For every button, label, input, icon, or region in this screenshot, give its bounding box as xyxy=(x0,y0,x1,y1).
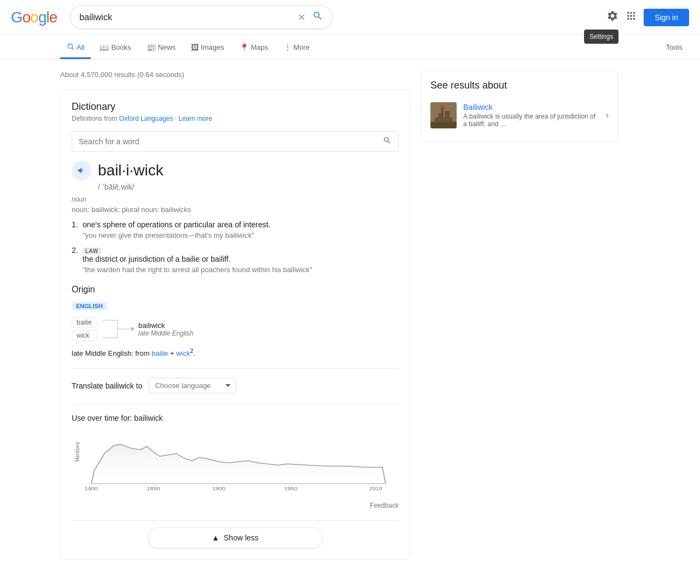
chart-section: Use over time for: bailiwick Mentions xyxy=(72,404,399,496)
definition-tag-law: LAW xyxy=(83,248,101,255)
main-content: About 4,570,000 results (0.64 seconds) D… xyxy=(0,60,700,581)
panel-info: Bailiwick A bailiwick is usually the are… xyxy=(463,103,599,128)
right-panel: See results about Bailiwick A bai xyxy=(421,70,618,142)
chart-container: Mentions 1800 xyxy=(72,429,399,496)
usage-chart: Mentions 1800 xyxy=(72,429,399,495)
tab-images-label: Images xyxy=(201,43,224,51)
svg-marker-2 xyxy=(131,327,134,331)
results-count: About 4,570,000 results (0.64 seconds) xyxy=(60,70,410,79)
translate-section: Translate bailiwick to Choose language S… xyxy=(72,368,399,393)
tab-books[interactable]: 📖 Books xyxy=(93,38,137,59)
dictionary-title: Dictionary xyxy=(72,101,399,113)
logo-letter-g: G xyxy=(11,9,22,26)
tab-maps-label: Maps xyxy=(251,43,269,51)
definition-number-1: 1. xyxy=(72,220,78,229)
chevron-right-icon: › xyxy=(606,110,609,120)
word-title: bail·i·wick xyxy=(98,162,164,179)
panel-title: See results about xyxy=(430,80,609,91)
search-bar: ✕ xyxy=(70,5,332,29)
translate-label: Translate bailiwick to xyxy=(72,381,142,390)
speaker-icon xyxy=(77,166,86,175)
definition-text-1: one's sphere of operations or particular… xyxy=(83,220,399,229)
header-right: Settings Sign in xyxy=(606,9,689,26)
show-less-icon: ▲ xyxy=(212,533,219,542)
origin-result-box: bailiwick late Middle English xyxy=(138,321,194,337)
panel-item-desc: A bailiwick is usually the area of juris… xyxy=(463,113,599,128)
word-pos: noun xyxy=(72,196,399,203)
settings-button[interactable] xyxy=(606,10,619,25)
panel-item-title: Bailiwick xyxy=(463,103,599,111)
origin-bailie-link[interactable]: bailie xyxy=(151,349,168,357)
origin-period: late Middle English xyxy=(138,330,194,337)
svg-text:1900: 1900 xyxy=(212,486,225,491)
word-search-icon xyxy=(383,136,392,147)
show-less-bar: ▲ Show less xyxy=(72,520,399,548)
bailiwick-thumbnail-icon xyxy=(430,102,457,128)
apps-button[interactable] xyxy=(625,10,637,25)
origin-word-bailie: bailie xyxy=(72,317,97,328)
dictionary-card: Dictionary Definitions from Oxford Langu… xyxy=(60,90,410,560)
tab-news-label: News xyxy=(158,43,176,51)
svg-text:1850: 1850 xyxy=(147,486,160,491)
svg-text:Mentions: Mentions xyxy=(74,442,81,462)
search-input[interactable] xyxy=(79,13,291,22)
tab-maps[interactable]: 📍 Maps xyxy=(233,38,275,59)
origin-wick-link[interactable]: wick xyxy=(176,349,190,357)
gear-icon xyxy=(606,10,619,22)
origin-tag: ENGLISH xyxy=(72,302,107,310)
news-icon: 📰 xyxy=(147,43,156,52)
search-clear-button[interactable]: ✕ xyxy=(295,13,308,22)
origin-section: Origin ENGLISH bailie wick xyxy=(72,285,399,357)
svg-text:2019: 2019 xyxy=(369,486,382,491)
logo-letter-o1: o xyxy=(22,9,31,26)
show-less-label: Show less xyxy=(224,533,259,542)
oxford-languages-link[interactable]: Oxford Languages xyxy=(119,115,173,122)
dictionary-source: Definitions from Oxford Languages · Lear… xyxy=(72,115,399,122)
origin-diagram: bailie wick bailiwick late Middle Englis… xyxy=(72,317,399,341)
books-icon: 📖 xyxy=(100,43,109,52)
tab-tools[interactable]: Tools xyxy=(660,38,689,58)
definitions-list: 1. one's sphere of operations or particu… xyxy=(72,220,399,274)
tab-books-label: Books xyxy=(111,43,131,51)
tab-all[interactable]: All xyxy=(60,37,91,59)
word-header: bail·i·wick xyxy=(72,161,399,180)
tab-news[interactable]: 📰 News xyxy=(140,38,183,59)
show-less-button[interactable]: ▲ Show less xyxy=(148,527,323,548)
tab-more[interactable]: ⋮ More xyxy=(277,38,317,59)
svg-rect-13 xyxy=(445,111,450,117)
origin-text: late Middle English: from bailie + wick2… xyxy=(72,348,399,357)
images-icon: 🖼 xyxy=(191,43,199,52)
panel-thumbnail xyxy=(430,102,457,128)
left-column: About 4,570,000 results (0.64 seconds) D… xyxy=(60,70,410,571)
more-icon: ⋮ xyxy=(284,43,291,52)
learn-more-link[interactable]: Learn more xyxy=(178,115,212,122)
word-search-bar xyxy=(72,131,399,152)
svg-text:1950: 1950 xyxy=(284,486,298,491)
definition-example-2: "the warden had the right to arrest all … xyxy=(83,266,399,274)
search-submit-button[interactable] xyxy=(312,10,323,24)
logo-letter-g2: g xyxy=(38,9,46,26)
origin-bracket-svg xyxy=(101,318,134,340)
apps-icon xyxy=(625,10,637,22)
logo-letter-o2: o xyxy=(30,9,38,26)
language-select[interactable]: Choose language Spanish French German It… xyxy=(149,378,236,393)
audio-button[interactable] xyxy=(72,161,91,180)
feedback-text[interactable]: Feedback xyxy=(370,502,399,509)
tab-images[interactable]: 🖼 Images xyxy=(184,38,231,59)
svg-rect-14 xyxy=(430,122,457,128)
svg-line-1 xyxy=(72,48,74,50)
definition-item-2: 2. LAW the district or jurisdiction of a… xyxy=(72,246,399,274)
signin-button[interactable]: Sign in xyxy=(644,9,689,26)
svg-point-0 xyxy=(68,44,72,48)
google-logo: Google xyxy=(11,9,57,26)
word-search-input[interactable] xyxy=(79,137,383,146)
all-icon xyxy=(67,43,74,52)
definition-item-1: 1. one's sphere of operations or particu… xyxy=(72,220,399,239)
logo-letter-e: e xyxy=(49,9,57,26)
origin-result-word: bailiwick xyxy=(138,321,194,330)
chart-title: Use over time for: bailiwick xyxy=(72,414,399,422)
panel-item-bailiwick[interactable]: Bailiwick A bailiwick is usually the are… xyxy=(430,98,609,133)
tab-more-label: More xyxy=(294,43,310,51)
right-column: See results about Bailiwick A bai xyxy=(421,70,618,571)
origin-words-left: bailie wick xyxy=(72,317,97,341)
